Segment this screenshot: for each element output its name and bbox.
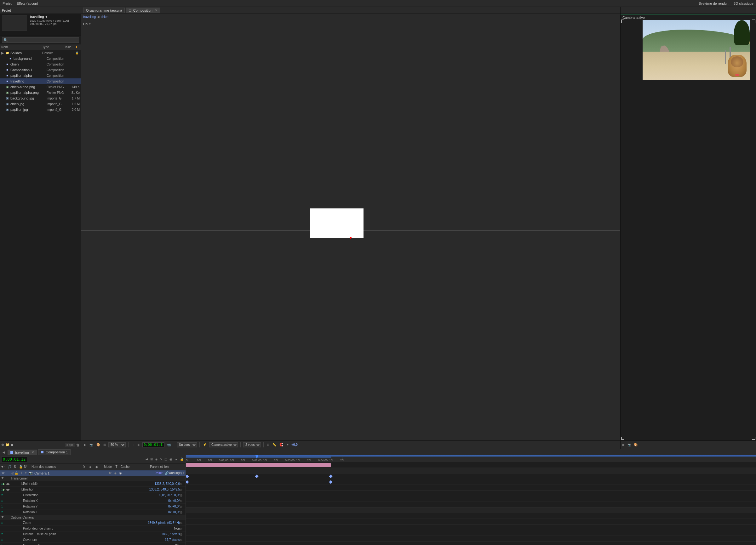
menu-projet[interactable]: Projet (3, 2, 12, 5)
camera-icon[interactable]: 📹 (166, 443, 171, 446)
prop-value[interactable]: Non (174, 527, 180, 530)
stopwatch-icon[interactable]: ⏱ (1, 544, 3, 545)
3d-layer-icon[interactable]: ◉ (169, 457, 173, 461)
composition-canvas[interactable] (310, 209, 364, 238)
resolution-icon[interactable]: ⊞ (103, 443, 106, 446)
options-expand[interactable] (1, 516, 4, 519)
shy-layer-icon[interactable]: ☁ (174, 457, 178, 461)
keyframe-diamond-end[interactable] (329, 480, 332, 484)
prop-value[interactable]: 1866,7 pixels (161, 532, 180, 536)
keyframe-diamond[interactable] (186, 480, 189, 484)
cam-tool-3[interactable]: 🎨 (633, 443, 638, 446)
new-folder-icon[interactable]: 📁 (5, 443, 10, 447)
list-item[interactable]: ▶ ▣ papillon-alpha.png Fichier PNG 81 Ko (0, 90, 81, 95)
zoom-select[interactable]: 50 % 100 % 25 % (108, 442, 126, 447)
prop-label: Ouverture (23, 538, 165, 542)
list-item[interactable]: ▶ 📁 Solides Dossier 🔒 (0, 50, 81, 56)
breadcrumb-travelling[interactable]: travelling (83, 15, 96, 19)
tab-composition[interactable]: Composition ✕ (126, 8, 160, 13)
layer-expand-arrow[interactable]: ▼ (25, 472, 28, 474)
grid-icon[interactable]: ⊞ (266, 443, 270, 446)
list-item[interactable]: ▶ ▣ papillon.jpg Importé_G 2,0 M (0, 107, 81, 112)
stopwatch-icon[interactable]: ⏱ (1, 494, 3, 497)
breadcrumb-chien[interactable]: chien (101, 15, 108, 19)
work-area-bar[interactable] (186, 456, 331, 458)
list-item[interactable]: ▶ ■ background Composition (0, 56, 81, 61)
tab-travelling[interactable]: travelling ✕ (8, 450, 37, 455)
switches-icon[interactable]: ⊞ (150, 457, 153, 461)
snapshot-icon[interactable]: 📷 (89, 443, 94, 446)
prop-value[interactable]: 1338,2, 540,0, 0,0 (154, 482, 180, 485)
motion-blur-switch[interactable]: ◈ (114, 471, 119, 475)
prop-value[interactable]: 17,7 pixels (165, 538, 180, 542)
tab-close-icon[interactable]: ✕ (31, 450, 34, 454)
playhead[interactable] (257, 455, 257, 462)
prop-value[interactable]: 0x +0,0° (168, 499, 180, 502)
stopwatch-icon[interactable]: ⏱ (1, 511, 3, 514)
fx-icon[interactable]: fx (159, 457, 163, 461)
ruler-icon[interactable]: 📏 (272, 443, 277, 446)
prop-value[interactable]: 1549,5 pixels (63,6° H) (148, 521, 180, 525)
list-item[interactable]: ▶ ▣ chien-alpha.png Fichier PNG 149 K (0, 84, 81, 90)
stopwatch-icon[interactable]: ⏱ (1, 505, 3, 508)
keyframe-nav[interactable]: ◆ (3, 482, 6, 485)
effects-switch[interactable]: fx (109, 471, 114, 475)
layer-name[interactable]: Caméra 1 (34, 471, 109, 475)
stopwatch-icon[interactable]: ⏱ (1, 538, 3, 542)
lock-icon-tl[interactable]: 🔒 (179, 457, 184, 461)
timeline-prev-btn[interactable]: ◀ (1, 450, 6, 454)
delete-icon[interactable]: 🗑 (76, 443, 80, 447)
new-item-icon[interactable]: ⊕ (1, 443, 4, 447)
cam-tool-1[interactable]: ▶ (622, 443, 626, 446)
motion-blur-tl-icon[interactable]: ◈ (154, 457, 158, 461)
stopwatch-icon[interactable]: ⏱ (1, 521, 3, 525)
ram-preview-icon[interactable]: ▶ (83, 443, 87, 446)
list-item[interactable]: ▶ ▣ background.jpg Importé_G 1,7 M (0, 95, 81, 101)
tab-comp1[interactable]: Composition 1 (38, 449, 71, 455)
list-item-travelling[interactable]: ▶ ■ travelling Composition (0, 78, 81, 84)
keyframe-nav[interactable]: ◆ (3, 488, 6, 491)
toggle-mask-icon[interactable]: ◻ (131, 443, 135, 446)
tab-organigramme[interactable]: Organigramme (aucun) (83, 8, 125, 13)
prop-value[interactable]: 0x +0,0° (168, 505, 180, 508)
prop-value[interactable]: 0% (175, 544, 180, 545)
list-item[interactable]: ▶ ■ papillon-alpha Composition (0, 73, 81, 78)
parent-dropdown-arrow[interactable]: ▼ (182, 472, 185, 474)
stopwatch-icon[interactable]: ⏱ (1, 533, 3, 536)
frame-blending-icon[interactable]: ◫ (164, 457, 168, 461)
list-item[interactable]: ▶ ▣ chien.jpg Importé_G 1,6 M (0, 101, 81, 107)
views-select[interactable]: 2 vues 1 vue 4 vues (243, 442, 261, 447)
timeline-timecode[interactable]: 0;00;01;12 (1, 456, 27, 462)
stopwatch-icon[interactable]: ⏱ (1, 499, 3, 502)
cam-tool-2[interactable]: 📷 (627, 443, 632, 446)
resolution-select[interactable]: Un tiers Complet Moitié (177, 442, 197, 447)
camera-bar[interactable] (186, 463, 331, 467)
layer-row-camera1[interactable]: 👁 ◎ 🔒 1 ▼ 📷 Caméra 1 fx ◈ ◉ Réinit. (0, 470, 186, 476)
view-mode-select[interactable]: Caméra active Vue de face (209, 442, 238, 447)
prop-value[interactable]: 1338,2, 540,0, 1549,5 (149, 488, 180, 491)
lock-layer-icon[interactable]: 🔒 (14, 471, 18, 475)
snapping-icon[interactable]: 🧲 (279, 443, 284, 446)
motion-blur-icon[interactable]: ◈ (137, 443, 140, 446)
keyframe-diamond[interactable] (186, 474, 189, 478)
menu-effets[interactable]: Effets (aucun) (17, 2, 38, 5)
keyframe-diamond-end[interactable] (329, 474, 332, 478)
timecode-input[interactable] (142, 442, 164, 447)
fast-preview-icon[interactable]: ⚡ (202, 443, 207, 446)
comp-tab-close[interactable]: ✕ (155, 9, 157, 12)
solo-icon[interactable]: ◎ (11, 471, 14, 475)
transfer-controls-icon[interactable]: ⇄ (145, 457, 149, 461)
new-comp-icon[interactable]: ■ (11, 443, 13, 447)
3d-axis-icon[interactable]: ✦ (286, 443, 289, 446)
show-channel-icon[interactable]: 🎨 (96, 443, 101, 446)
transformer-expand[interactable] (1, 477, 4, 480)
visibility-icon[interactable]: 👁 (1, 471, 6, 475)
keyframe-diamond-playhead[interactable] (255, 474, 258, 478)
search-input[interactable] (2, 37, 79, 43)
list-item[interactable]: ▶ ■ Composition 1 Composition (0, 67, 81, 73)
prop-value[interactable]: 0,0°, 0,0°, 0,0° (159, 493, 180, 497)
prop-value[interactable]: 0x +0,0° (168, 510, 180, 514)
effects-reinit[interactable]: Réinit. (154, 471, 163, 475)
3d-switch[interactable]: ◉ (119, 471, 124, 475)
list-item[interactable]: ▶ ■ chien Composition (0, 61, 81, 67)
